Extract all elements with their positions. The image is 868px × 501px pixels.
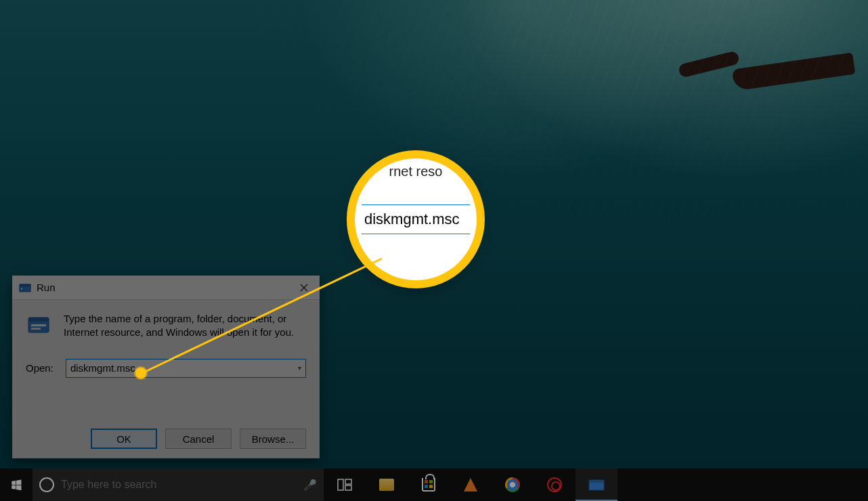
microsoft-store-button[interactable]	[408, 469, 450, 501]
vlc-icon	[464, 478, 477, 492]
magnifier-value: diskmgmt.msc	[362, 204, 470, 234]
vlc-button[interactable]	[450, 469, 492, 501]
taskview-button[interactable]	[324, 469, 366, 501]
start-button[interactable]	[0, 469, 32, 501]
svg-rect-8	[345, 479, 351, 484]
callout-anchor-dot	[135, 368, 146, 378]
svg-line-12	[141, 259, 382, 374]
windows-icon	[10, 479, 22, 491]
app-icon	[547, 477, 562, 492]
search-input[interactable]	[61, 479, 297, 491]
run-dialog-icon	[588, 478, 605, 492]
magnifier-partial-text: rnet reso	[389, 164, 443, 179]
file-explorer-button[interactable]	[366, 469, 408, 501]
cortana-icon	[39, 477, 54, 492]
taskview-icon	[337, 479, 352, 491]
app-button[interactable]	[534, 469, 576, 501]
svg-rect-9	[345, 485, 351, 490]
taskbar: 🎤	[0, 469, 868, 501]
chrome-button[interactable]	[492, 469, 534, 501]
svg-rect-7	[338, 479, 343, 490]
svg-rect-11	[589, 480, 604, 483]
run-taskbar-button[interactable]	[576, 469, 617, 501]
mic-icon[interactable]: 🎤	[303, 479, 317, 492]
file-explorer-icon	[379, 479, 394, 491]
taskbar-search[interactable]: 🎤	[32, 469, 324, 501]
callout-leader	[141, 255, 391, 376]
chrome-icon	[505, 477, 520, 492]
microsoft-store-icon	[422, 478, 435, 492]
